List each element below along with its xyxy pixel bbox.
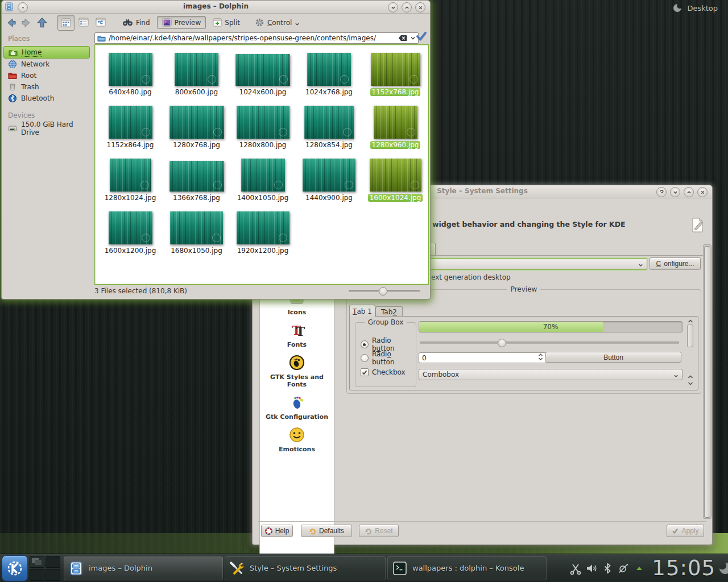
file-item[interactable]: 1152x768.jpg — [363, 52, 427, 96]
zoom-slider-handle[interactable] — [379, 287, 387, 296]
pager-desktop-2[interactable] — [46, 556, 60, 568]
settings-scrollbar[interactable] — [703, 244, 712, 519]
file-item[interactable]: 1024x600.jpg — [231, 52, 295, 96]
file-item[interactable]: 1600x1024.jpg — [363, 157, 427, 202]
tab-1[interactable]: Tab 1 — [349, 305, 375, 317]
columns-view-button[interactable] — [93, 15, 109, 30]
close-button[interactable] — [415, 2, 425, 13]
maximize-button[interactable] — [402, 2, 412, 13]
place-item-bluetooth[interactable]: Bluetooth — [3, 93, 92, 104]
configure-button[interactable]: Configure... — [650, 257, 701, 270]
minimize-button[interactable] — [670, 187, 680, 197]
help-button[interactable]: Help — [261, 525, 293, 537]
back-button[interactable] — [5, 16, 18, 29]
slider-handle[interactable] — [498, 339, 506, 347]
wallpaper-thumbnail[interactable] — [169, 161, 224, 192]
wallpaper-thumbnail[interactable] — [110, 159, 151, 192]
icons-view-button[interactable] — [57, 15, 75, 31]
spin-up-down-icon[interactable] — [538, 353, 543, 363]
file-item[interactable]: 1440x900.jpg — [297, 157, 361, 202]
wallpaper-thumbnail[interactable] — [371, 53, 420, 86]
wallpaper-thumbnail[interactable] — [304, 106, 354, 139]
demo-spinbox[interactable]: 0 — [419, 352, 547, 363]
settings-module-gtk-styles-and-fonts[interactable]: GTK Styles and Fonts — [260, 355, 334, 388]
apply-button[interactable]: Apply — [667, 525, 704, 537]
wallpaper-thumbnail[interactable] — [237, 106, 289, 139]
pager-desktop-1[interactable] — [30, 556, 44, 568]
minimize-button[interactable] — [388, 2, 398, 13]
preview-scrollbar[interactable] — [686, 319, 694, 386]
find-button[interactable]: Find — [118, 16, 155, 28]
task-button-2[interactable]: Style – System Settings — [225, 556, 386, 580]
file-item[interactable]: 728x582.jpg — [98, 157, 162, 202]
wallpaper-thumbnail[interactable] — [175, 53, 218, 86]
preview-toggle-button[interactable]: Preview — [157, 16, 206, 29]
pager-desktop-3[interactable] — [30, 569, 44, 581]
klipper-scissors-icon[interactable] — [569, 562, 582, 575]
pager-desktop-4[interactable] — [46, 569, 60, 581]
file-item[interactable]: 1680x1050.jpg — [165, 210, 229, 255]
bluetooth-tray-icon[interactable] — [601, 562, 614, 575]
settings-module-emoticons[interactable]: Emoticons — [260, 427, 334, 453]
place-item-network[interactable]: Network — [3, 59, 92, 70]
device-notifier-icon[interactable] — [617, 562, 630, 575]
file-item[interactable]: 1600x1200.jpg — [98, 210, 162, 255]
demo-slider[interactable] — [420, 342, 679, 344]
wallpaper-thumbnail[interactable] — [307, 53, 351, 86]
device-item[interactable]: 150,0 GiB Hard Drive — [3, 123, 92, 134]
settings-module-fonts[interactable]: TTFonts — [260, 322, 334, 348]
forward-button[interactable] — [20, 16, 32, 29]
up-button[interactable] — [35, 16, 49, 29]
close-button[interactable] — [697, 187, 708, 197]
reset-button[interactable]: Reset — [359, 525, 399, 537]
file-item[interactable]: 1400x1050.jpg — [231, 157, 295, 202]
wallpaper-thumbnail[interactable] — [241, 159, 285, 192]
demo-combobox[interactable]: Combobox — [419, 369, 682, 380]
file-item[interactable]: 1280x800.jpg — [231, 105, 295, 149]
wallpaper-thumbnail[interactable] — [235, 54, 290, 86]
desktop-toolbox[interactable]: Desktop — [672, 3, 718, 13]
help-titlebar-button[interactable] — [656, 187, 667, 197]
file-item[interactable]: 1366x768.jpg — [165, 157, 229, 202]
desktop-pager[interactable] — [30, 556, 60, 581]
location-path[interactable]: /home/einar/.kde4/share/wallpapers/strip… — [109, 34, 395, 42]
clear-text-icon[interactable] — [398, 35, 407, 41]
wallpaper-thumbnail[interactable] — [170, 211, 223, 244]
file-item[interactable]: 1152x864.jpg — [98, 105, 162, 149]
file-item[interactable]: 1024x768.jpg — [297, 52, 361, 96]
wallpaper-thumbnail[interactable] — [109, 106, 152, 139]
wallpaper-thumbnail[interactable] — [169, 106, 224, 139]
place-item-root[interactable]: Root — [3, 70, 92, 81]
panel-cashew-icon[interactable] — [718, 561, 728, 576]
plasma-cashew-icon[interactable] — [672, 3, 682, 13]
digital-clock[interactable]: 15:05 — [652, 556, 715, 580]
place-item-trash[interactable]: Trash — [3, 81, 92, 93]
control-menu-button[interactable]: Control — [250, 16, 304, 29]
tray-expander-icon[interactable] — [633, 562, 646, 575]
wallpaper-thumbnail[interactable] — [303, 159, 355, 192]
radio-button-2[interactable] — [361, 354, 369, 362]
file-item[interactable]: 800x600.jpg — [165, 52, 229, 96]
wallpaper-thumbnail[interactable] — [370, 159, 421, 192]
location-bar[interactable]: /home/einar/.kde4/share/wallpapers/strip… — [94, 32, 419, 44]
settings-module-gtk-configuration[interactable]: Gtk Configuration — [260, 394, 334, 421]
place-item-home[interactable]: Home — [3, 46, 90, 59]
volume-icon[interactable] — [585, 562, 598, 575]
wallpaper-thumbnail[interactable] — [374, 106, 417, 139]
file-item[interactable]: 1920x1200.jpg — [231, 210, 295, 255]
dolphin-titlebar[interactable]: images – Dolphin — [2, 1, 430, 14]
defaults-button[interactable]: Defaults — [301, 525, 352, 537]
task-button-3[interactable]: wallpapers : dolphin – Konsole — [387, 556, 547, 580]
maximize-button[interactable] — [684, 187, 694, 197]
task-button-1[interactable]: images – Dolphin — [64, 556, 223, 580]
file-item[interactable]: 1280x854.jpg — [297, 105, 361, 149]
wallpaper-thumbnail[interactable] — [237, 211, 289, 244]
wallpaper-thumbnail[interactable] — [109, 211, 152, 244]
file-item[interactable]: 640x480.jpg — [98, 52, 162, 96]
details-view-button[interactable] — [76, 15, 92, 30]
demo-button[interactable]: Button — [545, 352, 681, 363]
demo-checkbox[interactable] — [361, 368, 369, 376]
location-accept-icon[interactable] — [415, 31, 428, 42]
file-item[interactable]: 1280x960.jpg — [363, 105, 427, 149]
zoom-slider[interactable] — [349, 290, 420, 292]
